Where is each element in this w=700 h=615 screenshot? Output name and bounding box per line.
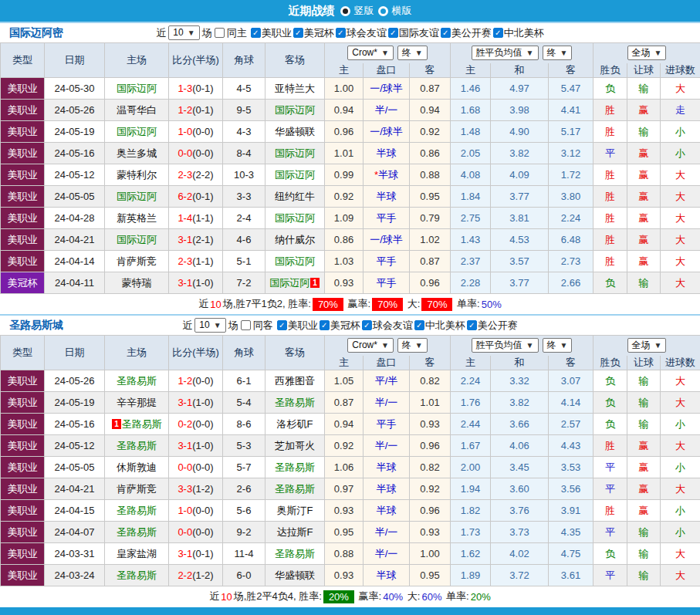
team-self-link[interactable]: 圣路易斯 [275, 397, 315, 408]
team-self-link[interactable]: 圣路易斯 [117, 526, 157, 538]
team-self-link[interactable]: 国际迈阿 [117, 191, 157, 202]
league-checkbox[interactable] [467, 320, 477, 330]
league-filter: 球会友谊 [362, 319, 413, 333]
team-link[interactable]: 辛辛那提 [117, 397, 157, 408]
team-link[interactable]: 奥兰多城 [117, 147, 157, 159]
league-checkbox[interactable] [493, 28, 503, 38]
team-self-link[interactable]: 国际迈阿 [275, 104, 315, 116]
result-handicap: 输 [627, 543, 661, 565]
team-cell: 圣路易斯 [265, 543, 325, 565]
team-link[interactable]: 奥斯汀F [277, 505, 313, 516]
team-link[interactable]: 芝加哥火 [275, 440, 315, 451]
odds-average-select[interactable]: 胜平负均值▼ [472, 338, 539, 353]
team-self-link[interactable]: 圣路易斯 [275, 483, 315, 495]
team-link[interactable]: 肯萨斯竞 [117, 255, 157, 267]
match-type: 美职业 [1, 522, 45, 543]
team-self-link[interactable]: 圣路易斯 [275, 461, 315, 473]
final-odds-select[interactable]: 终▼ [397, 338, 428, 353]
corner-count: 5-6 [223, 500, 265, 522]
final-odds-select2[interactable]: 终▼ [543, 338, 573, 353]
bookmaker-select[interactable]: Crow*▼ [347, 338, 394, 353]
team-cell: 洛杉矶F [265, 414, 325, 435]
half-time-score: (0-1) [192, 83, 213, 94]
team-cell: 蒙特瑞 [105, 272, 169, 294]
scope-select[interactable]: 全场▼ [627, 46, 667, 60]
team-link[interactable]: 纳什威尔 [275, 234, 315, 245]
league-checkbox[interactable] [320, 320, 330, 330]
ah-home-odds: 0.93 [325, 272, 364, 294]
team-self-link[interactable]: 圣路易斯 [117, 375, 157, 387]
team-cell: 国际迈阿 [265, 143, 325, 164]
team-link[interactable]: 纽约红牛 [275, 191, 315, 202]
full-time-score: 3-1 [178, 397, 192, 408]
league-checkbox[interactable] [414, 320, 424, 330]
result-handicap: 赢 [627, 500, 661, 522]
ah-line: 半/一 [364, 543, 410, 565]
horizontal-layout-radio[interactable] [378, 6, 388, 16]
team-self-link[interactable]: 圣路易斯 [117, 440, 157, 451]
team-link[interactable]: 华盛顿联 [275, 569, 315, 581]
team-self-link[interactable]: 圣路易斯 [275, 548, 315, 559]
match-date: 24-05-19 [45, 392, 105, 414]
final-odds-select[interactable]: 终▼ [397, 46, 428, 60]
team-self-link[interactable]: 国际迈阿 [117, 234, 157, 245]
ah-line: 一/球半 [364, 121, 410, 143]
col-eu-draw: 和 [491, 356, 549, 370]
table-row: 美职业24-05-26温哥华白1-2(0-1)9-5国际迈阿0.94半/一0.9… [1, 100, 700, 121]
team-link[interactable]: 蒙特瑞 [122, 277, 152, 289]
result-wdl: 胜 [593, 500, 627, 522]
result-wdl: 平 [593, 565, 627, 586]
league-checkbox[interactable] [277, 320, 287, 330]
odds-average-select[interactable]: 胜平负均值▼ [472, 46, 539, 60]
bookmaker-select[interactable]: Crow*▼ [347, 46, 394, 60]
team-self-link[interactable]: 圣路易斯 [122, 418, 162, 430]
team-link[interactable]: 蒙特利尔 [117, 169, 157, 181]
league-checkbox[interactable] [388, 28, 398, 38]
team-self-link[interactable]: 国际迈阿 [275, 169, 315, 181]
team-self-link[interactable]: 圣路易斯 [117, 569, 157, 581]
team-self-link[interactable]: 国际迈阿 [275, 255, 315, 267]
league-checkbox[interactable] [336, 28, 346, 38]
same-venue-checkbox[interactable] [241, 320, 251, 330]
league-checkbox[interactable] [441, 28, 451, 38]
team-self-link[interactable]: 国际迈阿 [117, 126, 157, 137]
team-self-link[interactable]: 国际迈阿 [275, 212, 315, 224]
recent-label: 近 [156, 26, 166, 40]
team-self-link[interactable]: 国际迈阿 [275, 147, 315, 159]
team-link[interactable]: 达拉斯F [277, 526, 313, 538]
chevron-down-icon: ▼ [526, 340, 534, 351]
team-link[interactable]: 休斯敦迪 [117, 461, 157, 473]
half-time-score: (2-1) [192, 234, 213, 245]
match-type: 美职业 [1, 229, 45, 251]
team-link[interactable]: 肯萨斯竞 [117, 483, 157, 495]
team-self-link[interactable]: 国际迈阿 [117, 83, 157, 94]
match-type: 美职业 [1, 100, 45, 121]
league-checkbox[interactable] [251, 28, 261, 38]
recent-count-select[interactable]: 10▼ [194, 318, 225, 333]
team-cell: 休斯敦迪 [105, 457, 169, 478]
corner-count: 2-6 [223, 478, 265, 500]
vertical-layout-radio[interactable] [340, 6, 350, 16]
score-cell: 6-2(0-1) [169, 186, 223, 208]
recent-count-select[interactable]: 10▼ [168, 25, 199, 40]
team-cell: 西雅图音 [265, 370, 325, 392]
team-link[interactable]: 皇家盐湖 [117, 548, 157, 559]
scope-select[interactable]: 全场▼ [627, 338, 667, 353]
team-self-link[interactable]: 国际迈阿 [269, 277, 309, 289]
team-link[interactable]: 西雅图音 [275, 375, 315, 387]
team-link[interactable]: 洛杉矶F [277, 418, 313, 430]
match-date: 24-05-12 [45, 435, 105, 457]
summary-segment: 70% [313, 298, 343, 311]
team-link[interactable]: 温哥华白 [117, 104, 157, 116]
score-cell: 0-0(0-0) [169, 522, 223, 543]
team-link[interactable]: 亚特兰大 [275, 83, 315, 94]
team-self-link[interactable]: 圣路易斯 [117, 505, 157, 516]
summary-segment: 大: [404, 297, 420, 311]
league-checkbox[interactable] [293, 28, 303, 38]
team-link[interactable]: 新英格兰 [117, 212, 157, 224]
team-link[interactable]: 华盛顿联 [275, 126, 315, 137]
same-venue-checkbox[interactable] [215, 28, 225, 38]
corner-count: 5-4 [223, 392, 265, 414]
league-checkbox[interactable] [362, 320, 372, 330]
final-odds-select2[interactable]: 终▼ [543, 46, 573, 60]
